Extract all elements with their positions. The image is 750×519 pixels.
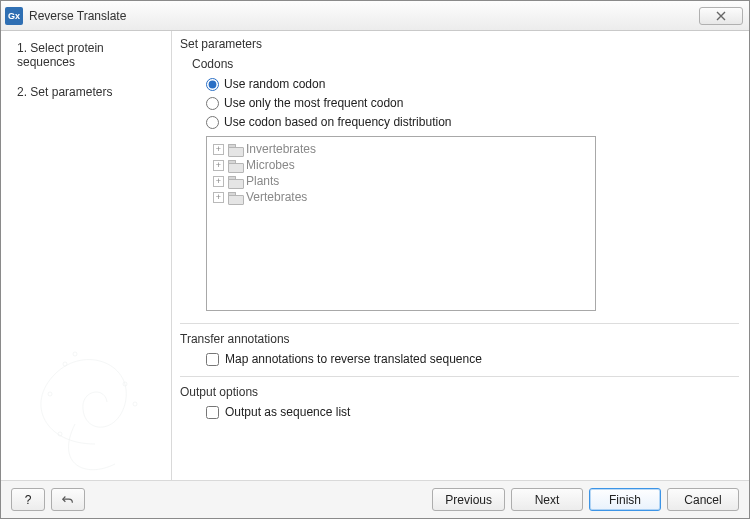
step-label: Select protein sequences xyxy=(17,41,104,69)
tree-item-invertebrates[interactable]: + Invertebrates xyxy=(213,141,589,157)
radio-label: Use only the most frequent codon xyxy=(224,96,403,110)
cancel-button[interactable]: Cancel xyxy=(667,488,739,511)
dialog-window: Gx Reverse Translate 1. Select protein s… xyxy=(0,0,750,519)
undo-icon xyxy=(61,493,75,507)
help-icon: ? xyxy=(25,493,32,507)
radio-input[interactable] xyxy=(206,78,219,91)
tree-item-label: Invertebrates xyxy=(246,142,316,156)
tree-item-microbes[interactable]: + Microbes xyxy=(213,157,589,173)
app-icon: Gx xyxy=(5,7,23,25)
previous-button[interactable]: Previous xyxy=(432,488,505,511)
step-num: 2. xyxy=(17,85,27,99)
divider xyxy=(180,376,739,377)
output-label: Output options xyxy=(180,385,739,399)
tree-item-plants[interactable]: + Plants xyxy=(213,173,589,189)
wizard-step-2[interactable]: 2. Set parameters xyxy=(17,85,161,99)
main-panel: Set parameters Codons Use random codon U… xyxy=(172,31,749,480)
checkbox-label: Output as sequence list xyxy=(225,405,350,419)
tree-item-label: Microbes xyxy=(246,158,295,172)
expand-icon[interactable]: + xyxy=(213,176,224,187)
wizard-sidebar: 1. Select protein sequences 2. Set param… xyxy=(1,31,172,480)
footer: ? Previous Next Finish Cancel xyxy=(1,480,749,518)
close-icon xyxy=(716,11,726,21)
folder-icon xyxy=(228,176,242,187)
tree-item-vertebrates[interactable]: + Vertebrates xyxy=(213,189,589,205)
svg-point-4 xyxy=(48,392,52,396)
radio-input[interactable] xyxy=(206,97,219,110)
codon-tree[interactable]: + Invertebrates + Microbes + Plants + xyxy=(206,136,596,311)
expand-icon[interactable]: + xyxy=(213,160,224,171)
help-button[interactable]: ? xyxy=(11,488,45,511)
wizard-step-1[interactable]: 1. Select protein sequences xyxy=(17,41,161,69)
transfer-label: Transfer annotations xyxy=(180,332,739,346)
expand-icon[interactable]: + xyxy=(213,192,224,203)
codons-label: Codons xyxy=(192,57,739,71)
radio-random-codon[interactable]: Use random codon xyxy=(206,77,739,91)
radio-label: Use codon based on frequency distributio… xyxy=(224,115,451,129)
tree-item-label: Plants xyxy=(246,174,279,188)
tree-item-label: Vertebrates xyxy=(246,190,307,204)
expand-icon[interactable]: + xyxy=(213,144,224,155)
folder-icon xyxy=(228,160,242,171)
section-title: Set parameters xyxy=(180,37,739,51)
step-label: Set parameters xyxy=(30,85,112,99)
checkbox-map-annotations[interactable]: Map annotations to reverse translated se… xyxy=(206,352,739,366)
folder-icon xyxy=(228,192,242,203)
radio-input[interactable] xyxy=(206,116,219,129)
checkbox-label: Map annotations to reverse translated se… xyxy=(225,352,482,366)
svg-point-0 xyxy=(63,362,67,366)
svg-point-1 xyxy=(73,352,77,356)
radio-frequent-codon[interactable]: Use only the most frequent codon xyxy=(206,96,739,110)
svg-point-3 xyxy=(133,402,137,406)
svg-point-5 xyxy=(58,432,62,436)
step-num: 1. xyxy=(17,41,27,55)
finish-button[interactable]: Finish xyxy=(589,488,661,511)
next-button[interactable]: Next xyxy=(511,488,583,511)
titlebar: Gx Reverse Translate xyxy=(1,1,749,31)
radio-distribution-codon[interactable]: Use codon based on frequency distributio… xyxy=(206,115,739,129)
window-title: Reverse Translate xyxy=(29,9,126,23)
radio-label: Use random codon xyxy=(224,77,325,91)
checkbox-input[interactable] xyxy=(206,353,219,366)
folder-icon xyxy=(228,144,242,155)
close-button[interactable] xyxy=(699,7,743,25)
svg-point-2 xyxy=(123,382,127,386)
reset-button[interactable] xyxy=(51,488,85,511)
divider xyxy=(180,323,739,324)
decorative-swirl xyxy=(5,294,165,474)
checkbox-output-as-list[interactable]: Output as sequence list xyxy=(206,405,739,419)
checkbox-input[interactable] xyxy=(206,406,219,419)
